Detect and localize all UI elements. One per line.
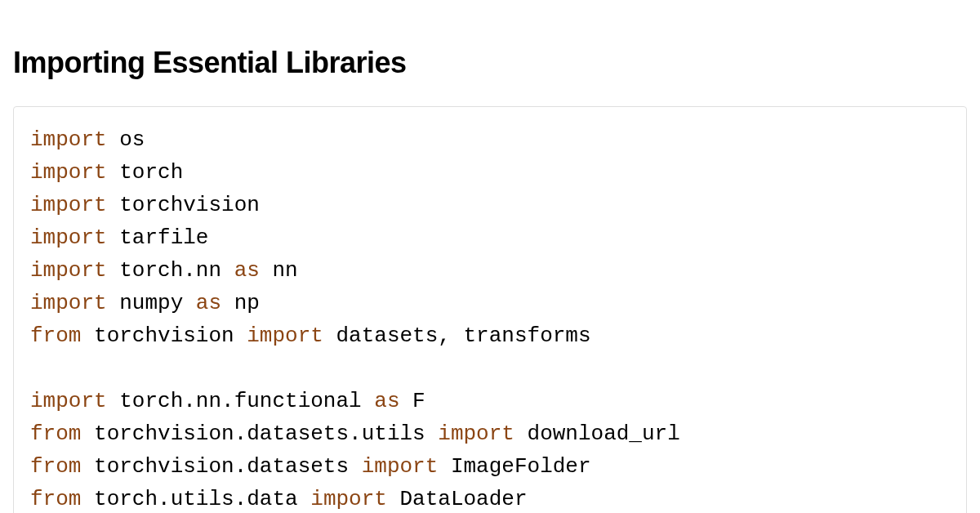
code-line: from torchvision import datasets, transf… (30, 319, 950, 352)
code-text: DataLoader (387, 487, 528, 511)
code-keyword: from (30, 323, 81, 348)
code-text: torch.utils.data (81, 487, 310, 511)
code-text: torch (107, 160, 184, 185)
code-line: import torch.nn.functional as F (30, 385, 950, 417)
code-text: numpy (107, 291, 196, 315)
code-line: from torchvision.datasets.utils import d… (30, 417, 950, 450)
code-text: torchvision.datasets (81, 454, 361, 479)
code-keyword: import (30, 291, 107, 315)
code-cell: import osimport torchimport torchvisioni… (13, 106, 967, 513)
code-text: torchvision (81, 323, 247, 348)
code-text: datasets, transforms (323, 323, 591, 348)
code-keyword: as (234, 258, 260, 283)
code-text: F (400, 389, 425, 413)
code-line: import os (30, 123, 950, 156)
code-keyword: as (196, 291, 221, 315)
code-keyword: import (30, 160, 107, 185)
code-text: tarfile (107, 225, 209, 250)
code-text: download_url (514, 422, 680, 446)
code-keyword: import (362, 454, 439, 479)
code-line: import numpy as np (30, 287, 950, 319)
code-keyword: from (30, 487, 81, 511)
code-line: from torchvision.datasets import ImageFo… (30, 450, 950, 483)
code-text: torchvision.datasets.utils (81, 422, 438, 446)
code-text: ImageFolder (438, 454, 590, 479)
code-keyword: import (30, 258, 107, 283)
code-keyword: import (30, 389, 107, 413)
code-text: np (221, 291, 260, 315)
code-line (30, 352, 950, 385)
code-keyword: import (310, 487, 387, 511)
code-line: import tarfile (30, 221, 950, 254)
code-keyword: from (30, 422, 81, 446)
code-text: os (107, 127, 145, 152)
code-text: torch.nn.functional (107, 389, 375, 413)
code-text: nn (260, 258, 298, 283)
code-line: import torchvision (30, 189, 950, 221)
code-line: from torch.utils.data import DataLoader (30, 483, 950, 513)
code-keyword: from (30, 454, 81, 479)
code-line: import torch (30, 156, 950, 189)
code-text: torchvision (107, 193, 260, 217)
code-keyword: as (374, 389, 399, 413)
code-keyword: import (438, 422, 514, 446)
code-text: torch.nn (107, 258, 234, 283)
section-heading: Importing Essential Libraries (13, 46, 967, 80)
code-keyword: import (30, 225, 107, 250)
code-line: import torch.nn as nn (30, 254, 950, 287)
code-keyword: import (30, 193, 107, 217)
code-keyword: import (30, 127, 107, 152)
code-keyword: import (247, 323, 323, 348)
document-container: Importing Essential Libraries import osi… (0, 0, 980, 513)
